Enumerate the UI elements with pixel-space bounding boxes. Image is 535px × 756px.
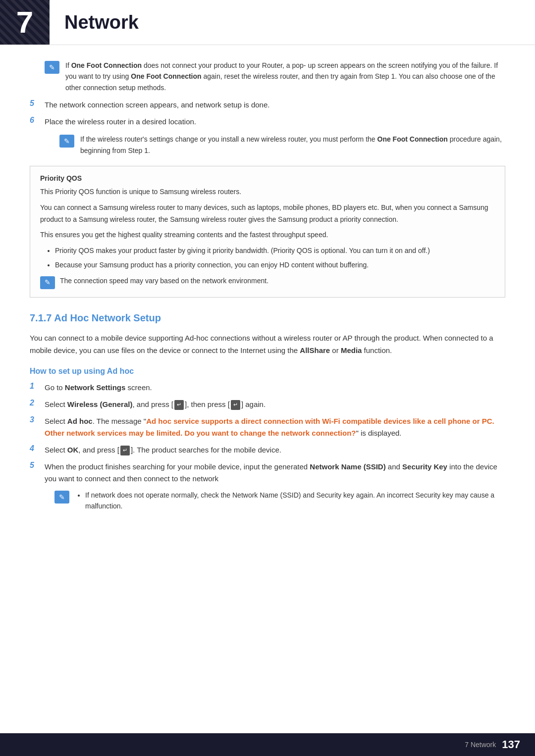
note-icon-3 xyxy=(40,276,55,289)
note-text-1: If One Foot Connection does not connect … xyxy=(65,60,505,93)
step-number-5: 5 xyxy=(30,99,45,108)
step-text-5: The network connection screen appears, a… xyxy=(45,99,505,111)
adhoc-sub-heading: How to set up using Ad hoc xyxy=(30,367,505,376)
note-box-2: If the wireless router's settings change… xyxy=(59,134,505,156)
note-icon-1 xyxy=(45,61,59,74)
note-icon-4 xyxy=(54,491,69,504)
priority-qos-box: Priority QOS This Priority QOS function … xyxy=(30,166,505,298)
content-area: If One Foot Connection does not connect … xyxy=(0,60,535,557)
section-717-heading: 7.1.7 Ad Hoc Network Setup xyxy=(30,312,505,324)
priority-qos-note-text: The connection speed may vary based on t… xyxy=(60,275,268,286)
footer-label: 7 Network xyxy=(465,741,496,749)
adhoc-step-number-2: 2 xyxy=(30,399,45,407)
priority-qos-para3: This ensures you get the highest quality… xyxy=(40,229,495,241)
step-5-note-item: If network does not operate normally, ch… xyxy=(85,490,505,512)
bullet-item-1: Priority QOS makes your product faster b… xyxy=(55,245,495,256)
step-5-note-list: If network does not operate normally, ch… xyxy=(75,490,505,514)
chapter-number-block: 7 xyxy=(0,0,50,45)
adhoc-step-text-4: Select OK, and press [↵]. The product se… xyxy=(45,444,505,456)
chapter-title: Network xyxy=(50,0,154,45)
enter-key-icon-3: ↵ xyxy=(120,446,130,455)
adhoc-step-5: 5 When the product finishes searching fo… xyxy=(30,461,505,514)
adhoc-step-2: 2 Select Wireless (General), and press [… xyxy=(30,399,505,410)
adhoc-step-text-5: When the product finishes searching for … xyxy=(45,461,505,485)
adhoc-step-3: 3 Select Ad hoc. The message "Ad hoc ser… xyxy=(30,415,505,439)
priority-qos-title: Priority QOS xyxy=(40,174,495,182)
footer-page-number: 137 xyxy=(502,738,520,751)
enter-key-icon-2: ↵ xyxy=(231,400,240,410)
chapter-number: 7 xyxy=(16,7,33,38)
step-5: 5 The network connection screen appears,… xyxy=(30,99,505,111)
adhoc-step-number-1: 1 xyxy=(30,382,45,391)
priority-qos-body: This Priority QOS function is unique to … xyxy=(40,186,495,289)
note-text-2: If the wireless router's settings change… xyxy=(80,134,505,156)
adhoc-step-1: 1 Go to Network Settings screen. xyxy=(30,382,505,394)
adhoc-step-5-note: If network does not operate normally, ch… xyxy=(54,490,505,514)
adhoc-step-text-1: Go to Network Settings screen. xyxy=(45,382,505,394)
step-number-6: 6 xyxy=(30,116,45,125)
priority-qos-note: The connection speed may vary based on t… xyxy=(40,275,495,289)
note-box-1: If One Foot Connection does not connect … xyxy=(45,60,505,93)
bullet-item-2: Because your Samsung product has a prior… xyxy=(55,259,495,270)
step-text-6: Place the wireless router in a desired l… xyxy=(45,116,505,128)
page-header: 7 Network xyxy=(0,0,535,45)
adhoc-step-text-2: Select Wireless (General), and press [↵]… xyxy=(45,399,505,410)
adhoc-step-text-3: Select Ad hoc. The message "Ad hoc servi… xyxy=(45,415,505,439)
note-icon-2 xyxy=(59,135,74,148)
step-6: 6 Place the wireless router in a desired… xyxy=(30,116,505,128)
adhoc-step-number-3: 3 xyxy=(30,415,45,424)
priority-qos-para1: This Priority QOS function is unique to … xyxy=(40,186,495,198)
priority-qos-para2: You can connect a Samsung wireless route… xyxy=(40,202,495,226)
adhoc-step-number-5: 5 xyxy=(30,461,45,470)
priority-qos-bullets: Priority QOS makes your product faster b… xyxy=(40,245,495,270)
enter-key-icon-1: ↵ xyxy=(174,400,184,410)
section-717-para1: You can connect to a mobile device suppo… xyxy=(30,332,505,357)
adhoc-step-4: 4 Select OK, and press [↵]. The product … xyxy=(30,444,505,456)
adhoc-step-number-4: 4 xyxy=(30,444,45,453)
page-footer: 7 Network 137 xyxy=(0,733,535,756)
